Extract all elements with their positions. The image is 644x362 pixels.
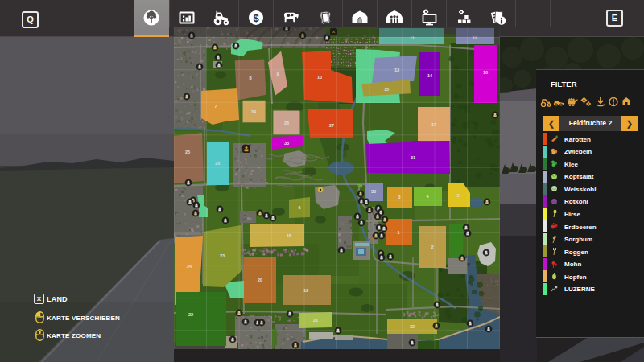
svg-text:$: $	[253, 12, 259, 24]
